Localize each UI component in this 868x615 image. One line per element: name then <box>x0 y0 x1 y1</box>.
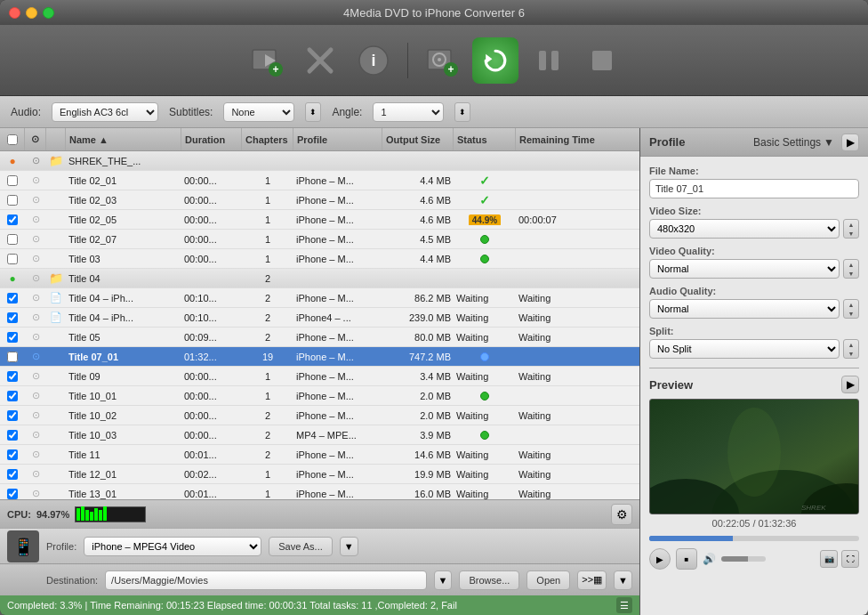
player-controls: ▶ ■ 🔊 📷 ⛶ <box>649 548 859 570</box>
row-checkbox[interactable] <box>7 175 18 186</box>
table-row[interactable]: ● ⊙ 📁 Title 04 2 <box>0 269 639 288</box>
table-row[interactable]: ⊙ 📄 Title 04 – iPh... 00:10... 2 iPhone4… <box>0 308 639 328</box>
minimize-button[interactable] <box>26 7 37 19</box>
angle-spin[interactable]: ⬍ <box>454 102 470 122</box>
table-row[interactable]: ⊙ 📄 Title 04 – iPh... 00:10... 2 iPhone … <box>0 288 639 308</box>
save-as-button[interactable]: Save As... <box>269 537 333 556</box>
row-checkbox[interactable] <box>7 254 18 264</box>
select-all-checkbox[interactable] <box>7 134 18 145</box>
stop-player-button[interactable]: ■ <box>676 548 697 570</box>
video-size-select[interactable]: 480x320 <box>649 219 840 239</box>
cell-profile: iPhone4 – ... <box>293 312 382 323</box>
cell-name: SHREK_THE_... <box>66 156 181 166</box>
row-checkbox[interactable] <box>7 293 18 303</box>
profile-dropdown-button[interactable]: ▼ <box>340 537 358 556</box>
title-bar: 4Media DVD to iPhone Converter 6 <box>0 0 868 25</box>
audio-quality-spin[interactable]: ▲ ▼ <box>843 299 859 319</box>
convert-button[interactable] <box>472 37 518 84</box>
cell-output: 80.0 MB <box>382 332 454 343</box>
preview-next-button[interactable]: ▶ <box>841 376 859 393</box>
info-button[interactable]: i <box>350 37 397 84</box>
split-select[interactable]: No Split <box>649 339 840 359</box>
cell-duration: 00:00... <box>181 214 242 225</box>
row-checkbox[interactable] <box>7 371 18 382</box>
expand-panel-button[interactable]: ▶ <box>841 134 859 151</box>
angle-label: Angle: <box>332 106 362 118</box>
snapshot-button[interactable]: 📷 <box>820 550 838 568</box>
video-quality-select[interactable]: Normal <box>649 259 840 279</box>
angle-select[interactable]: 1 <box>373 102 444 122</box>
cell-duration: 01:32... <box>181 352 242 362</box>
preview-title: Preview <box>649 378 693 392</box>
remove-button[interactable] <box>297 37 343 84</box>
subtitles-select[interactable]: None <box>223 102 294 122</box>
file-name-input[interactable] <box>649 179 859 198</box>
video-quality-spin[interactable]: ▲ ▼ <box>843 259 859 279</box>
row-checkbox[interactable] <box>7 332 18 343</box>
header-duration[interactable]: Duration <box>181 128 242 150</box>
row-checkbox[interactable] <box>7 391 18 401</box>
row-checkbox[interactable] <box>7 489 18 499</box>
table-row[interactable]: ⊙ Title 13_01 00:01... 1 iPhone – M... 1… <box>0 484 639 499</box>
table-row[interactable]: ⊙ Title 11 00:01... 2 iPhone – M... 14.6… <box>0 445 639 465</box>
row-checkbox[interactable] <box>7 195 18 206</box>
row-checkbox[interactable] <box>7 312 18 323</box>
browse-button[interactable]: Browse... <box>459 570 519 590</box>
table-row[interactable]: ⊙ Title 10_03 00:00... 2 MP4 – MPE... 3.… <box>0 425 639 445</box>
table-row[interactable]: ⊙ Title 10_02 00:00... 2 iPhone – M... 2… <box>0 406 639 425</box>
fullscreen-button[interactable]: ⛶ <box>841 550 859 568</box>
add-dvd-button[interactable]: + <box>419 37 465 84</box>
cpu-status-bar: CPU: 94.97% ⚙ <box>0 499 639 528</box>
header-name[interactable]: Name ▲ <box>66 128 181 150</box>
subtitles-spin[interactable]: ⬍ <box>305 102 321 122</box>
row-checkbox[interactable] <box>7 234 18 245</box>
table-row[interactable]: ⊙ Title 12_01 00:02... 1 iPhone – M... 1… <box>0 465 639 484</box>
table-row[interactable]: ⊙ Title 02_07 00:00... 1 iPhone – M... 4… <box>0 230 639 249</box>
row-checkbox[interactable] <box>7 449 18 460</box>
table-row[interactable]: ⊙ Title 09 00:00... 1 iPhone – M... 3.4 … <box>0 367 639 386</box>
row-checkbox[interactable] <box>7 430 18 441</box>
play-button[interactable]: ▶ <box>649 548 671 570</box>
basic-settings-button[interactable]: Basic Settings ▼ <box>753 136 834 149</box>
header-output[interactable]: Output Size <box>382 128 454 150</box>
cell-output: 4.4 MB <box>382 254 454 264</box>
audio-select[interactable]: English AC3 6cl <box>52 102 158 122</box>
stop-button[interactable] <box>579 37 625 84</box>
status-text: Completed: 3.3% | Time Remaining: 00:15:… <box>7 600 457 611</box>
status-detail-button[interactable]: ☰ <box>616 597 632 613</box>
audio-quality-select[interactable]: Normal <box>649 299 840 319</box>
table-row[interactable]: ⊙ Title 02_05 00:00... 1 iPhone – M... 4… <box>0 210 639 230</box>
svg-point-21 <box>727 408 781 497</box>
maximize-button[interactable] <box>43 7 54 19</box>
table-row[interactable]: ⊙ Title 02_01 00:00... 1 iPhone – M... 4… <box>0 171 639 190</box>
volume-slider[interactable] <box>721 556 766 562</box>
settings-icon-button[interactable]: ⚙ <box>611 504 632 525</box>
table-row[interactable]: ⊙ Title 05 00:09... 2 iPhone – M... 80.0… <box>0 328 639 347</box>
table-row[interactable]: ⊙ Title 10_01 00:00... 1 iPhone – M... 2… <box>0 386 639 406</box>
cell-chapters: 1 <box>242 371 293 382</box>
send-button[interactable]: >>▦ <box>577 570 607 590</box>
header-remaining[interactable]: Remaining Time <box>516 128 605 150</box>
add-video-button[interactable]: + <box>244 37 290 84</box>
destination-dropdown-button[interactable]: ▼ <box>434 570 453 590</box>
row-checkbox[interactable] <box>7 214 18 225</box>
video-size-spin[interactable]: ▲ ▼ <box>843 219 859 239</box>
cell-profile: iPhone – M... <box>293 371 382 382</box>
close-button[interactable] <box>9 7 20 19</box>
profile-select[interactable]: iPhone – MPEG4 Video <box>84 537 261 556</box>
row-checkbox[interactable] <box>7 469 18 480</box>
table-row[interactable]: ⊙ Title 02_03 00:00... 1 iPhone – M... 4… <box>0 190 639 210</box>
row-checkbox[interactable] <box>7 410 18 421</box>
send-dropdown-button[interactable]: ▼ <box>614 570 632 590</box>
table-row[interactable]: ⊙ Title 07_01 01:32... 19 iPhone – M... … <box>0 347 639 367</box>
table-row[interactable]: ● ⊙ 📁 SHREK_THE_... <box>0 151 639 171</box>
open-button[interactable]: Open <box>526 570 570 590</box>
header-profile[interactable]: Profile <box>293 128 382 150</box>
split-spin[interactable]: ▲ ▼ <box>843 339 859 359</box>
seek-bar[interactable] <box>649 536 859 541</box>
table-row[interactable]: ⊙ Title 03 00:00... 1 iPhone – M... 4.4 … <box>0 249 639 269</box>
header-status[interactable]: Status <box>454 128 516 150</box>
header-chapters[interactable]: Chapters <box>242 128 293 150</box>
pause-button[interactable] <box>526 37 572 84</box>
row-checkbox[interactable] <box>7 352 18 362</box>
